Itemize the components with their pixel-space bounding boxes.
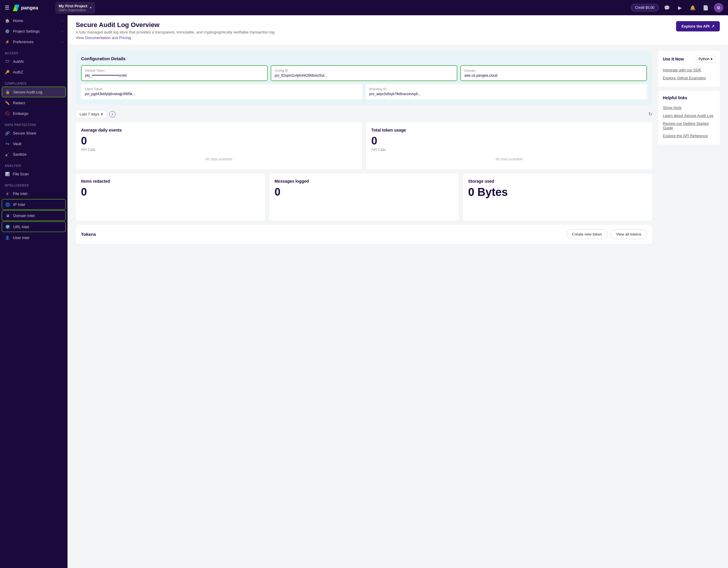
sidebar-item-home[interactable]: 🏠 Home › <box>0 15 68 26</box>
explore-api-label: Explore the API <box>681 24 710 28</box>
sidebar-item-file-scan[interactable]: 📊 File Scan <box>0 168 68 179</box>
view-all-tokens-button[interactable]: View all tokens <box>611 229 647 239</box>
embargo-icon: 🚫 <box>5 111 10 116</box>
config-field-client-token[interactable]: Client Token pcl_pgd43kbfybj6vskwjjr3f6f… <box>81 84 363 99</box>
getting-started-link[interactable]: Review our Getting Started Guide <box>663 119 715 132</box>
chevron-right-icon: › <box>62 19 63 22</box>
sidebar-item-authz[interactable]: 🔑 AuthZ <box>0 67 68 77</box>
hamburger-icon[interactable]: ☰ <box>5 4 9 11</box>
create-new-token-button[interactable]: Create new token <box>567 229 608 239</box>
refresh-icon[interactable]: ↻ <box>648 111 652 117</box>
project-selector[interactable]: My First Project Olaf's Organization ▾ <box>55 2 95 14</box>
sidebar-item-label: Project Settings <box>13 29 40 33</box>
stat-value: 0 <box>274 186 453 198</box>
date-filter[interactable]: Last 7 days ▾ <box>76 110 107 118</box>
stat-card-storage-used: Storage used 0 Bytes <box>463 173 652 220</box>
config-field-config-id[interactable]: Config ID pci_62xpm2u4j4nhk26fdstez5ut..… <box>271 65 457 81</box>
docs-icon[interactable]: 📄 <box>701 3 710 12</box>
sidebar-item-vault[interactable]: 🗝 Vault <box>0 138 68 149</box>
sidebar-item-domain-intel[interactable]: 🖥 Domain Intel <box>2 210 66 221</box>
sidebar-item-secure-share[interactable]: 🔗 Secure Share <box>0 128 68 138</box>
sidebar: 🏠 Home › ⚙️ Project Settings › ⚡ Prefere… <box>0 15 68 568</box>
stat-card-messages-logged: Messages logged 0 <box>269 173 459 220</box>
sidebar-item-preferences[interactable]: ⚡ Preferences › <box>0 36 68 47</box>
config-field-default-token[interactable]: Default Token pts_••••••••••••••••••••••… <box>81 65 268 81</box>
sidebar-item-label: IP Intel <box>13 202 25 207</box>
config-label: Config ID <box>275 69 453 72</box>
stat-value: 0 <box>81 135 357 147</box>
config-value: aws.us.pangea.cloud <box>464 73 643 77</box>
page-title: Secure Audit Log Overview <box>76 21 276 29</box>
sidebar-item-authn[interactable]: 🛡 AuthN <box>0 56 68 67</box>
sidebar-section-data-protection: DATA PROTECTION <box>0 119 68 128</box>
stat-value: 0 <box>371 135 647 147</box>
chevron-right-icon: › <box>62 29 63 33</box>
integrate-sdk-link[interactable]: Integrate with our SDK <box>663 66 715 74</box>
tokens-actions: Create new token View all tokens <box>567 229 647 239</box>
sidebar-item-ip-intel[interactable]: 🌐 IP Intel <box>2 199 66 210</box>
redact-icon: ✏️ <box>5 100 10 105</box>
sidebar-item-secure-audit-log[interactable]: 🔒 Secure Audit Log <box>2 87 66 97</box>
show-hints-link[interactable]: Show hints <box>663 104 715 112</box>
sliders-icon: ⚡ <box>5 39 10 44</box>
sidebar-item-url-intel[interactable]: 🌍 URL Intel <box>2 221 66 232</box>
filescan-icon: 📊 <box>5 171 10 176</box>
youtube-icon[interactable]: ▶ <box>675 3 685 12</box>
pricing-link[interactable]: Pricing <box>119 36 131 40</box>
main-content: Secure Audit Log Overview A fully manage… <box>68 15 728 568</box>
language-selector[interactable]: Python ▾ <box>696 55 715 63</box>
chevron-right-icon: › <box>62 40 63 43</box>
stat-empty: No data available <box>81 152 357 164</box>
sidebar-item-user-intel[interactable]: 👤 User Intel <box>0 232 68 243</box>
page-subtitle: A fully managed audit log store that pro… <box>76 30 276 34</box>
config-field-domain[interactable]: Domain aws.us.pangea.cloud <box>460 65 647 81</box>
sidebar-item-sanitize[interactable]: 🧹 Sanitize <box>0 149 68 159</box>
stat-empty: No data available <box>371 152 647 164</box>
pangea-logo-svg: pangea <box>13 4 48 12</box>
config-grid-top: Default Token pts_••••••••••••••••••••••… <box>81 65 647 81</box>
sidebar-item-label: URL Intel <box>13 225 29 229</box>
sidebar-item-project-settings[interactable]: ⚙️ Project Settings › <box>0 26 68 36</box>
urlintel-icon: 🌍 <box>5 224 10 229</box>
bell-icon[interactable]: 🔔 <box>688 3 697 12</box>
explore-api-button[interactable]: Explore the API ↗ <box>676 21 720 31</box>
sidebar-item-label: File Scan <box>13 172 29 176</box>
config-card: Configuration Details Default Token pts_… <box>76 51 652 104</box>
layout: 🏠 Home › ⚙️ Project Settings › ⚡ Prefere… <box>0 15 728 568</box>
sidebar-item-file-intel[interactable]: # File Intel <box>0 188 68 199</box>
date-filter-label: Last 7 days <box>80 112 99 116</box>
sidebar-item-redact[interactable]: ✏️ Redact <box>0 97 68 108</box>
ipintel-icon: 🌐 <box>5 202 10 207</box>
config-label: Branding ID <box>369 87 643 91</box>
stat-value: 0 <box>81 186 260 198</box>
language-label: Python <box>699 57 710 61</box>
config-field-branding-id[interactable]: Branding ID pro_aeyx3vifxyk7fki6nsrzevsy… <box>365 84 647 99</box>
documentation-link[interactable]: Documentation <box>85 36 111 40</box>
external-link-icon: ↗ <box>711 24 714 28</box>
stat-label: Average daily events <box>81 128 357 132</box>
sidebar-item-embargo[interactable]: 🚫 Embargo <box>0 108 68 119</box>
config-card-title: Configuration Details <box>81 56 647 61</box>
domainintel-icon: 🖥 <box>5 213 10 218</box>
config-label: Domain <box>464 69 643 72</box>
stat-label: Storage used <box>468 179 647 183</box>
info-icon[interactable]: i <box>109 111 116 117</box>
sidebar-section-access: ACCESS <box>0 47 68 56</box>
sidebar-section-intelligence: INTELLIGENCE <box>0 179 68 188</box>
stat-empty-text: No data available <box>205 157 232 161</box>
sidebar-item-label: Sanitize <box>13 152 26 156</box>
use-it-now-title: Use It Now <box>663 57 684 61</box>
explore-github-link[interactable]: Explore Github Examples <box>663 74 715 82</box>
api-reference-link[interactable]: Explore the API Reference <box>663 132 715 140</box>
chat-icon[interactable]: 💬 <box>662 3 672 12</box>
sidebar-item-label: Vault <box>13 141 21 146</box>
avatar[interactable]: O <box>714 3 723 12</box>
stat-unit: API Calls <box>371 148 647 152</box>
learn-audit-log-link[interactable]: Learn about Secure Audit Log <box>663 112 715 119</box>
helpful-links-title: Helpful links <box>663 95 715 100</box>
credit-badge[interactable]: Credit $5.00 <box>631 4 659 11</box>
config-value: pcl_pgd43kbfybj6vskwjjr3f6f5k... <box>85 92 359 96</box>
sidebar-item-label: Home <box>13 18 23 23</box>
sidebar-section-analysis: ANALYSIS <box>0 159 68 168</box>
sidebar-item-label: File Intel <box>13 191 27 196</box>
